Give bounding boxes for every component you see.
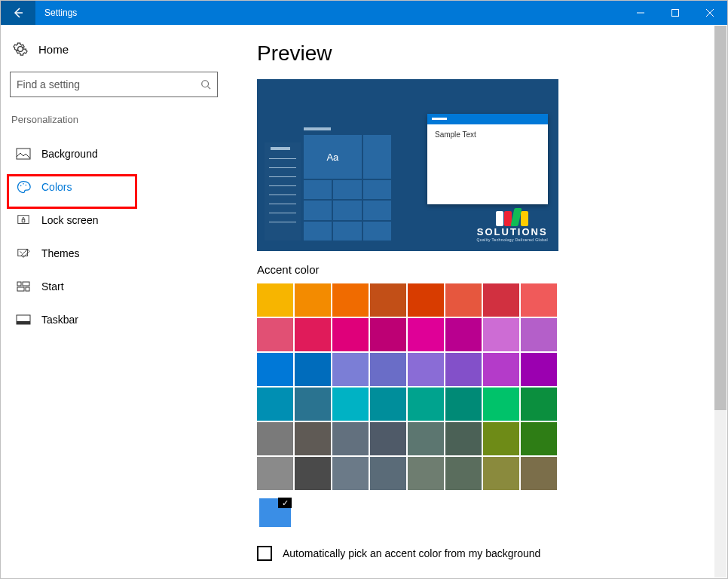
titlebar: Settings	[1, 1, 727, 25]
accent-color-swatch[interactable]	[295, 422, 331, 455]
sidebar-item-colors[interactable]: Colors	[10, 170, 218, 204]
accent-color-swatch[interactable]	[332, 422, 369, 455]
accent-color-swatch[interactable]	[295, 457, 331, 490]
accent-color-swatch[interactable]	[370, 353, 406, 386]
accent-color-swatch[interactable]	[408, 283, 444, 317]
accent-color-swatch[interactable]	[332, 388, 369, 421]
svg-rect-14	[17, 321, 30, 324]
scrollbar[interactable]	[714, 26, 726, 577]
svg-rect-9	[17, 282, 21, 286]
accent-color-swatch[interactable]	[332, 457, 369, 490]
accent-color-swatch[interactable]	[408, 318, 444, 351]
search-input[interactable]	[17, 78, 200, 90]
svg-rect-12	[26, 287, 29, 291]
selected-accent-swatch[interactable]: ✓	[257, 496, 293, 529]
accent-color-swatch[interactable]	[295, 283, 331, 317]
accent-color-swatch[interactable]	[295, 353, 331, 386]
svg-rect-10	[23, 282, 29, 286]
picture-icon	[16, 146, 31, 161]
accent-color-swatch[interactable]	[257, 283, 293, 317]
sidebar-item-start[interactable]: Start	[10, 270, 218, 303]
accent-color-swatch[interactable]	[445, 388, 482, 421]
accent-color-swatch[interactable]	[257, 353, 293, 386]
palette-icon	[16, 179, 31, 195]
minimize-button[interactable]	[623, 1, 658, 25]
auto-accent-label: Automatically pick an accent color from …	[283, 547, 540, 559]
search-box[interactable]	[10, 72, 218, 97]
preview-panel: Aa Sample Text	[257, 79, 558, 251]
preview-tile-big: Aa	[304, 135, 362, 179]
accent-color-swatch[interactable]	[521, 457, 557, 490]
accent-color-swatch[interactable]	[257, 318, 293, 351]
accent-color-swatch[interactable]	[483, 388, 519, 421]
accent-color-swatch[interactable]	[332, 353, 369, 386]
sidebar-item-label: Background	[41, 148, 98, 160]
accent-color-swatch[interactable]	[521, 318, 557, 351]
accent-color-swatch[interactable]	[483, 318, 519, 351]
maximize-button[interactable]	[658, 1, 693, 25]
accent-color-swatch[interactable]	[445, 283, 482, 317]
accent-color-swatch[interactable]	[408, 388, 444, 421]
svg-point-4	[23, 183, 24, 185]
svg-rect-2	[17, 149, 30, 159]
accent-color-swatch[interactable]	[521, 283, 557, 317]
accent-color-swatch[interactable]	[370, 388, 406, 421]
accent-color-swatch[interactable]	[445, 457, 482, 490]
close-button[interactable]	[693, 1, 727, 25]
accent-color-swatch[interactable]	[521, 388, 557, 421]
accent-color-swatch[interactable]	[295, 318, 331, 351]
main-content: Preview Aa	[227, 25, 727, 578]
accent-color-swatch[interactable]	[332, 318, 369, 351]
sidebar-item-background[interactable]: Background	[10, 137, 218, 170]
settings-window: Settings Home Personalization Background	[0, 0, 728, 579]
accent-color-swatch[interactable]	[445, 318, 482, 351]
category-label: Personalization	[11, 114, 218, 125]
search-icon	[200, 79, 211, 90]
watermark-logo: SOLUTIONS Quality Technology Delivered G…	[476, 207, 548, 242]
accent-color-swatch[interactable]	[483, 457, 519, 490]
accent-color-swatch[interactable]	[521, 353, 557, 386]
accent-color-swatch[interactable]	[483, 283, 519, 317]
preview-start-panel	[265, 142, 301, 240]
svg-rect-11	[17, 287, 24, 291]
taskbar-icon	[16, 312, 31, 327]
back-button[interactable]	[1, 1, 35, 25]
sidebar-item-taskbar[interactable]: Taskbar	[10, 303, 218, 336]
sidebar-item-label: Taskbar	[41, 314, 78, 326]
accent-color-swatch[interactable]	[332, 283, 369, 317]
accent-color-swatch[interactable]	[521, 422, 557, 455]
minimize-icon	[636, 8, 645, 17]
auto-accent-row[interactable]: Automatically pick an accent color from …	[257, 546, 705, 561]
accent-color-swatch[interactable]	[483, 353, 519, 386]
accent-color-swatch[interactable]	[445, 422, 482, 455]
scrollbar-thumb[interactable]	[714, 26, 726, 410]
accent-color-swatch[interactable]	[408, 353, 444, 386]
accent-color-swatch[interactable]	[408, 422, 444, 455]
window-controls	[623, 1, 727, 25]
gear-icon	[13, 41, 28, 57]
accent-color-swatch[interactable]	[370, 422, 406, 455]
accent-color-swatch[interactable]	[370, 283, 406, 317]
preview-sample-text: Sample Text	[427, 124, 548, 145]
accent-color-swatch[interactable]	[483, 422, 519, 455]
svg-point-3	[20, 185, 22, 187]
sidebar-item-lock-screen[interactable]: Lock screen	[10, 204, 218, 237]
arrow-left-icon	[12, 7, 24, 19]
sidebar-item-label: Lock screen	[41, 214, 98, 226]
accent-color-swatch[interactable]	[257, 388, 293, 421]
svg-rect-7	[22, 219, 25, 222]
home-link[interactable]: Home	[13, 41, 218, 57]
close-icon	[705, 8, 714, 17]
accent-color-swatch[interactable]	[295, 388, 331, 421]
accent-color-swatch[interactable]	[408, 457, 444, 490]
accent-color-swatch[interactable]	[445, 353, 482, 386]
start-icon	[16, 279, 31, 294]
checkbox-icon[interactable]	[257, 546, 272, 561]
maximize-icon	[671, 8, 680, 17]
sidebar-item-themes[interactable]: Themes	[10, 237, 218, 270]
accent-color-swatch[interactable]	[257, 457, 293, 490]
accent-color-swatch[interactable]	[257, 422, 293, 455]
accent-color-swatch[interactable]	[370, 457, 406, 490]
lock-icon	[16, 213, 31, 228]
accent-color-swatch[interactable]	[370, 318, 406, 351]
